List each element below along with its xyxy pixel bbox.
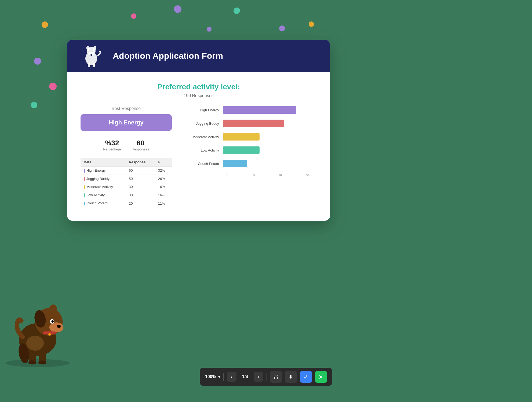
responses-label: Responses bbox=[132, 147, 149, 151]
svg-point-9 bbox=[49, 322, 63, 332]
left-panel: Best Response High Energy %32 Percentage… bbox=[81, 106, 172, 207]
prev-page-button[interactable]: ‹ bbox=[227, 372, 236, 382]
chart-panel: High Energy 60 32% Jogging Buddy 50 26% … bbox=[188, 106, 330, 207]
table-row: Low Activity 30 16% bbox=[81, 191, 172, 199]
next-page-button[interactable]: › bbox=[254, 372, 263, 382]
page-indicator: 1/4 bbox=[240, 374, 250, 379]
table-cell-response: 30 bbox=[126, 183, 155, 191]
print-button[interactable]: 🖨 bbox=[270, 371, 282, 383]
bar-label: Moderate Activity bbox=[188, 135, 223, 139]
table-header-data: Data bbox=[81, 158, 126, 167]
card-header: Adoption Application Form bbox=[67, 40, 330, 72]
share-button[interactable]: ➤ bbox=[315, 371, 327, 383]
decorative-dot bbox=[279, 25, 285, 31]
table-cell-data: Low Activity bbox=[81, 191, 126, 199]
table-cell-percent: 26% bbox=[155, 175, 172, 183]
header-logo bbox=[78, 42, 105, 69]
percentage-stat: %32 Percentage bbox=[103, 139, 121, 151]
expand-icon: ⤢ bbox=[304, 374, 308, 380]
svg-point-13 bbox=[53, 320, 54, 322]
svg-point-22 bbox=[28, 360, 36, 364]
bar-fill bbox=[223, 160, 247, 167]
table-cell-response: 20 bbox=[126, 199, 155, 207]
bar-fill bbox=[223, 146, 260, 154]
axis-label-40: 40 bbox=[279, 173, 282, 176]
stats-row: %32 Percentage 60 Responses bbox=[81, 139, 172, 151]
bar-chart: High Energy 60 32% Jogging Buddy 50 26% … bbox=[188, 106, 330, 167]
svg-point-10 bbox=[57, 325, 61, 328]
decorative-dot bbox=[309, 21, 314, 27]
table-row: Couch Potato 20 11% bbox=[81, 199, 172, 207]
card-body: Preferred activity level: 190 Responses … bbox=[67, 72, 330, 221]
dog-logo-icon bbox=[81, 44, 102, 68]
bar-row: Jogging Buddy 50 26% bbox=[188, 120, 330, 127]
share-icon: ➤ bbox=[319, 374, 323, 380]
table-row: Jogging Buddy 50 26% bbox=[81, 175, 172, 183]
bar-fill bbox=[223, 106, 296, 114]
color-indicator bbox=[84, 177, 85, 181]
bar-track: 30 16% bbox=[223, 133, 330, 141]
download-button[interactable]: ⬇ bbox=[285, 371, 297, 383]
decorative-dot bbox=[174, 5, 181, 13]
section-title: Preferred activity level: bbox=[157, 83, 240, 91]
table-row: High Energy 60 32% bbox=[81, 167, 172, 175]
table-cell-data: High Energy bbox=[81, 167, 126, 175]
table-cell-response: 60 bbox=[126, 167, 155, 175]
toolbar-divider-2 bbox=[267, 373, 267, 381]
bar-track: 60 32% bbox=[223, 106, 330, 114]
bar-track: 50 26% bbox=[223, 120, 330, 127]
axis-label-20: 20 bbox=[252, 173, 255, 176]
color-indicator bbox=[84, 185, 85, 189]
table-cell-percent: 16% bbox=[155, 191, 172, 199]
expand-button[interactable]: ⤢ bbox=[300, 371, 312, 383]
bar-track: 30 16% bbox=[223, 146, 330, 154]
responses-value: 60 bbox=[132, 139, 149, 147]
decorative-dot bbox=[207, 27, 212, 32]
best-response-button[interactable]: High Energy bbox=[81, 114, 172, 131]
toolbar-divider-1 bbox=[223, 373, 224, 381]
dog-illustration bbox=[8, 289, 67, 364]
table-header-response: Response bbox=[126, 158, 155, 167]
table-header-percent: % bbox=[155, 158, 172, 167]
bar-track: 20 10% bbox=[223, 160, 330, 167]
axis-label-70: 70 bbox=[305, 173, 309, 176]
table-cell-percent: 11% bbox=[155, 199, 172, 207]
color-indicator bbox=[84, 169, 85, 173]
table-row: Moderate Activity 30 16% bbox=[81, 183, 172, 191]
decorative-dot bbox=[234, 8, 240, 14]
best-response-label: Best Response bbox=[112, 106, 141, 111]
svg-point-21 bbox=[26, 336, 44, 351]
percentage-value: %32 bbox=[103, 139, 121, 147]
svg-rect-5 bbox=[93, 63, 95, 67]
data-table: Data Response % High Energy 60 32% Joggi… bbox=[81, 158, 172, 207]
axis-label-0: 0 bbox=[227, 173, 228, 176]
table-cell-data: Moderate Activity bbox=[81, 183, 126, 191]
responses-count: 190 Responses bbox=[184, 93, 213, 98]
svg-point-6 bbox=[90, 54, 92, 56]
toolbar: 100% ▾ ‹ 1/4 › 🖨 ⬇ ⤢ ➤ bbox=[200, 368, 332, 386]
page-title: Adoption Application Form bbox=[113, 51, 223, 61]
color-indicator bbox=[84, 202, 85, 205]
bar-fill bbox=[223, 120, 284, 127]
table-cell-data: Jogging Buddy bbox=[81, 175, 126, 183]
download-icon: ⬇ bbox=[289, 374, 293, 380]
responses-stat: 60 Responses bbox=[132, 139, 149, 151]
bar-fill bbox=[223, 133, 260, 141]
content-row: Best Response High Energy %32 Percentage… bbox=[81, 106, 317, 207]
zoom-value: 100% bbox=[205, 374, 216, 379]
table-cell-response: 30 bbox=[126, 191, 155, 199]
color-indicator bbox=[84, 193, 85, 197]
zoom-chevron-icon: ▾ bbox=[218, 375, 220, 379]
bar-row: High Energy 60 32% bbox=[188, 106, 330, 114]
zoom-selector[interactable]: 100% ▾ bbox=[205, 374, 220, 379]
svg-point-23 bbox=[38, 360, 46, 364]
bar-label: High Energy bbox=[188, 108, 223, 112]
decorative-dot bbox=[31, 102, 37, 108]
decorative-dot bbox=[131, 13, 136, 19]
bar-row: Low Activity 30 16% bbox=[188, 146, 330, 154]
chart-axis-labels: 0 20 40 70 bbox=[227, 173, 330, 176]
bar-row: Couch Potato 20 10% bbox=[188, 160, 330, 167]
main-card: Adoption Application Form Preferred acti… bbox=[67, 40, 330, 221]
decorative-dot bbox=[42, 21, 48, 28]
table-cell-data: Couch Potato bbox=[81, 199, 126, 207]
